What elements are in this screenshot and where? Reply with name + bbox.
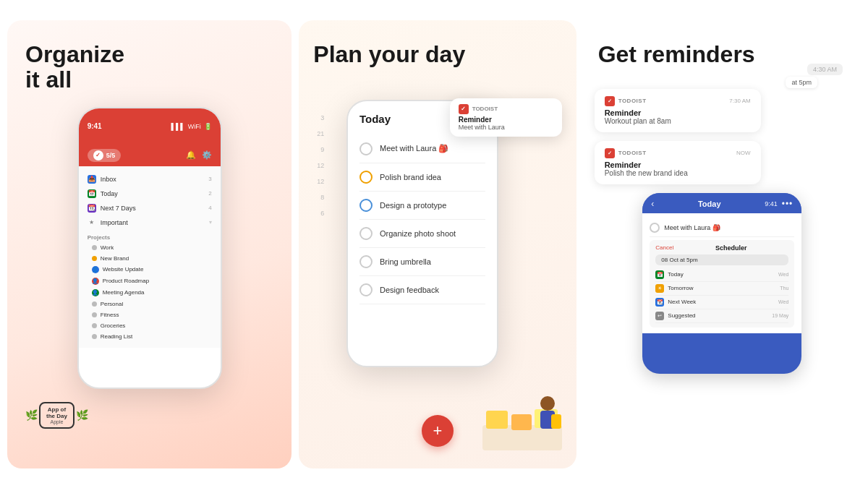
reminder-1-time: 7:30 AM [729, 98, 750, 104]
bell-icon[interactable]: 🔔 [186, 150, 196, 160]
tomorrow-icon-symbol: ☀ [658, 286, 662, 291]
cal-8: 8 [310, 194, 324, 201]
reminders-list: ✓ TODOIST 7:30 AM Reminder Workout plan … [591, 89, 854, 184]
cal-9: 9 [310, 146, 324, 153]
productroadmap-icon: 👤 [92, 278, 99, 285]
phone-1-time: 9:41 [88, 122, 102, 130]
sched-today[interactable]: 📅 Today Wed [655, 268, 788, 282]
newbrand-dot [92, 256, 97, 261]
inbox-icon: 📥 [88, 175, 96, 184]
panel-2-title: Plan your day [306, 42, 465, 67]
p3-task-circle [650, 223, 660, 233]
project-work[interactable]: Work [86, 242, 213, 253]
task-organize-photo[interactable]: Organize photo shoot [359, 220, 485, 248]
productroadmap-label: Product Roadmap [103, 278, 149, 284]
phone-3-title: Today [698, 200, 721, 208]
meetingagenda-label: Meeting Agenda [103, 289, 145, 296]
task-label-5: Bring umbrella [380, 257, 431, 266]
readinglist-dot [92, 334, 97, 339]
personal-label: Personal [101, 301, 124, 307]
today-label: Today [101, 190, 118, 197]
panel-1-title: Organizeit all [18, 42, 124, 93]
more-options-icon[interactable]: ••• [782, 199, 793, 209]
inbox-count: 3 [208, 176, 211, 182]
panel-3-title: Get reminders [591, 42, 755, 67]
score-circle: ✓ [93, 150, 103, 160]
reminder-1-icon: ✓ [605, 96, 615, 106]
cal-12b: 12 [310, 178, 324, 185]
websiteupdate-icon: 👤 [92, 266, 99, 273]
next7-icon: 📆 [88, 204, 96, 213]
reminder-2-time: NOW [736, 150, 751, 156]
sched-today-label: Today [668, 271, 683, 278]
task-label-4: Organize photo shoot [380, 229, 456, 238]
task-meet-laura[interactable]: Meet with Laura 🎒 [359, 135, 485, 163]
phone-1-mockup: 9:41 ▌▌▌ WiFi 🔋 ✓ 5/5 🔔 ⚙️ [77, 107, 222, 389]
battery-icon: 🔋 [204, 123, 212, 130]
phone-3-body: Meet with Laura 🎒 Cancel Scheduler 08 Oc… [642, 213, 801, 333]
projects-section-title: Projects [86, 230, 213, 242]
task-bring-umbrella[interactable]: Bring umbrella [359, 248, 485, 276]
sidebar-today[interactable]: 📅 Today 2 [86, 187, 213, 201]
sched-tomorrow-icon: ☀ [655, 284, 664, 293]
sched-suggested-left: ↩ Suggested [655, 312, 695, 320]
today-icon: 📅 [88, 189, 96, 198]
sched-suggested-icon: ↩ [655, 312, 664, 320]
project-fitness[interactable]: Fitness [86, 309, 213, 320]
next7-count: 4 [208, 205, 211, 211]
sidebar-important[interactable]: ★ Important ▾ [86, 215, 213, 230]
sidebar-next7[interactable]: 📆 Next 7 Days 4 [86, 201, 213, 215]
reminder-1-title: Reminder [605, 108, 751, 117]
back-button[interactable]: ‹ [651, 199, 654, 209]
project-websiteupdate[interactable]: 👤 Website Update [86, 264, 213, 275]
today-icon-symbol: 📅 [657, 272, 663, 278]
task-polish-brand[interactable]: Polish brand idea [359, 163, 485, 192]
svg-rect-6 [551, 414, 561, 429]
important-icon: ★ [88, 218, 96, 227]
score-label: 5/5 [106, 152, 116, 159]
apple-badge: 🌿 App of the Day Apple 🌿 [25, 402, 88, 429]
p3-task-label: Meet with Laura 🎒 [664, 224, 720, 231]
project-readinglist[interactable]: Reading List [86, 331, 213, 342]
project-meetingagenda[interactable]: 👤 Meeting Agenda [86, 287, 213, 299]
notif-body: Meet with Laura [459, 124, 553, 131]
project-groceries[interactable]: Groceries [86, 320, 213, 331]
badge-inner: App of the Day Apple [39, 402, 75, 429]
reminder-2-app: ✓ TODOIST [605, 148, 647, 158]
project-productroadmap[interactable]: 👤 Product Roadmap [86, 275, 213, 287]
add-task-fab[interactable]: + [422, 415, 454, 447]
task-design-prototype[interactable]: Design a prototype [359, 192, 485, 220]
settings-icon[interactable]: ⚙️ [202, 150, 212, 160]
at-5pm-label: at 5pm [786, 77, 817, 88]
phone-3-header: ‹ Today 9:41 ••• [642, 193, 801, 213]
phone-1-body: 📥 Inbox 3 📅 Today 2 📆 Next 7 Days 4 ★ Im… [79, 166, 221, 348]
chevron-icon: ▾ [209, 219, 212, 226]
task-design-feedback[interactable]: Design feedback [359, 276, 485, 304]
sched-today-left: 📅 Today [655, 270, 683, 279]
sched-nextweek[interactable]: 📆 Next Week Wed [655, 296, 788, 309]
p3-task-item[interactable]: Meet with Laura 🎒 [650, 219, 794, 237]
groceries-label: Groceries [101, 322, 126, 329]
right-laurel: 🌿 [76, 409, 88, 421]
date-pill[interactable]: 08 Oct at 5pm [655, 254, 788, 265]
cal-6: 6 [310, 210, 324, 217]
sidebar-inbox[interactable]: 📥 Inbox 3 [86, 172, 213, 187]
project-personal[interactable]: Personal [86, 299, 213, 309]
reminder-1-app: ✓ TODOIST [605, 96, 647, 106]
phone-3-right-controls: 9:41 ••• [765, 199, 793, 209]
reminder-1-appname: TODOIST [618, 98, 647, 104]
sched-suggested-label: Suggested [668, 312, 695, 319]
main-container: Organizeit all 9:41 ▌▌▌ WiFi 🔋 ✓ 5/5 🔔 [7, 9, 861, 479]
project-newbrand[interactable]: New Brand [86, 253, 213, 264]
svg-rect-1 [486, 411, 508, 429]
sched-tomorrow[interactable]: ☀ Tomorrow Thu [655, 282, 788, 296]
nextweek-icon-symbol: 📆 [657, 299, 663, 305]
reminder-1-body: Workout plan at 8am [605, 117, 751, 125]
calendar-strip: 3 21 9 12 12 8 6 [310, 114, 324, 217]
sched-suggested[interactable]: ↩ Suggested 19 May [655, 309, 788, 323]
panel-reminders: Get reminders 4:30 AM at 5pm ✓ TODOIST 7… [584, 20, 861, 468]
notif-header: ✓ TODOIST [459, 104, 553, 114]
meetingagenda-icon: 👤 [92, 289, 99, 296]
signal-icon: ▌▌▌ [171, 123, 185, 130]
scheduler-cancel[interactable]: Cancel [655, 244, 673, 251]
